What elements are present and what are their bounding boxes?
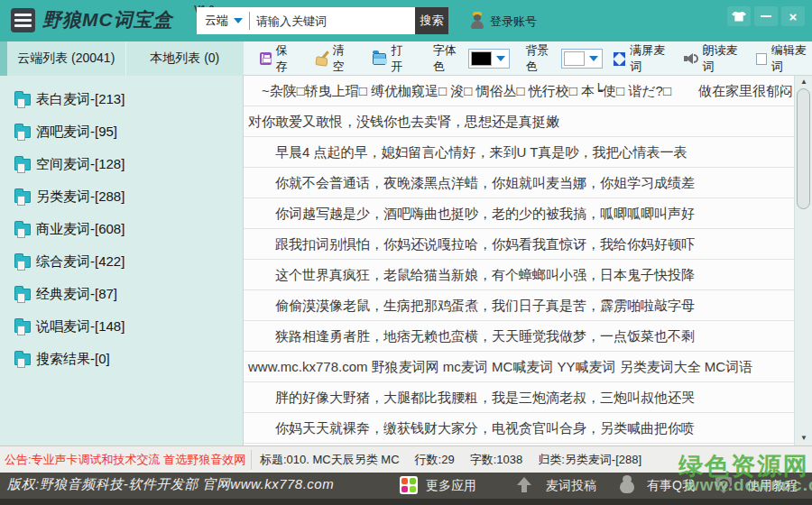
lyric-row[interactable]: 你就不会普通话，夜晚漆黑点洋蜡，你姐就叫麦当娜，你姐学习成绩差	[244, 168, 794, 198]
submit-lyrics-button[interactable]: 麦词投稿	[546, 478, 596, 494]
bg-color-picker[interactable]	[561, 49, 603, 69]
lyric-row[interactable]: 你词越写越是少，酒吧嗨曲也挺吵，老的少的被我搞，呱唧呱唧叫声好	[244, 198, 794, 229]
tab-cloud-list[interactable]: 云端列表 (20041)	[7, 41, 125, 76]
lyric-row[interactable]: 早晨4 点起的早，媳妇留言心情好，来到U T真是吵，我把心情表一表	[244, 137, 794, 168]
folder-icon	[14, 321, 31, 333]
folder-icon	[14, 289, 31, 300]
speaker-icon	[684, 51, 698, 66]
lyric-row[interactable]: 跟我扣词别惧怕，你妈还说嘎拉哈，你妈看我直惊讶，我给你妈好顿吓	[244, 229, 794, 260]
divider	[251, 450, 252, 470]
status-word-count: 字数:1038	[470, 452, 523, 468]
broom-icon	[316, 51, 328, 66]
sidebar-item-biaobai[interactable]: 表白麦词-[213]	[0, 83, 244, 115]
close-button[interactable]: ×	[781, 6, 805, 26]
folder-icon	[14, 126, 31, 138]
font-color-picker[interactable]	[468, 49, 510, 69]
scrollbar[interactable]: ▲ ▼	[794, 76, 812, 445]
sidebar-item-kongjian[interactable]: 空间麦词-[128]	[0, 148, 244, 180]
read-aloud-button[interactable]: 朗读麦词	[684, 42, 743, 75]
lyric-row[interactable]: 偷偷漠漠像老鼠，生病把那鸡蛋煮，我们日子真是苦，霹雳啪啦敲字母	[244, 290, 794, 321]
folder-icon	[14, 94, 31, 106]
chevron-down-icon	[589, 56, 598, 61]
search-input[interactable]	[256, 9, 415, 32]
fullscreen-lyrics-button[interactable]: 满屏麦词	[614, 42, 671, 75]
lyric-row[interactable]: www.mc.kx778.com 野狼麦词网 mc麦词 MC喊麦词 YY喊麦词 …	[244, 352, 794, 382]
lyric-row[interactable]: 你妈天天就裸奔，缴获钱财大家分，电视贪官叫合身，另类喊曲把你喷	[244, 413, 794, 444]
lyric-row[interactable]: 这个世界真疯狂，老鼠给猫当新娘，有个蟑螂叫小强，日本鬼子快投降	[244, 260, 794, 290]
status-title: 标题:010. MC天辰另类 MC	[260, 452, 400, 468]
more-apps-button[interactable]: 更多应用	[426, 478, 476, 494]
announcement-text: 公告:专业声卡调试和技术交流 首选野狼音效网	[5, 446, 245, 473]
lyric-row[interactable]: 狭路相逢勇者胜，地痞无赖也蛮横，天天睡觉我做梦，一点饭菜也不剩	[244, 321, 794, 352]
skin-button[interactable]	[727, 6, 751, 26]
login-button[interactable]: 登录账号	[490, 14, 537, 30]
chevron-down-icon[interactable]	[234, 18, 243, 23]
upload-arrow-icon[interactable]	[517, 477, 531, 493]
bg-color-label: 背景色	[525, 42, 556, 75]
status-line-count: 行数:29	[415, 452, 455, 468]
status-stats: 标题:010. MC天辰另类 MC 行数:29 字数:1038 归类:另类麦词-…	[260, 446, 641, 473]
font-color-swatch	[471, 51, 492, 66]
sidebar-item-jingdian[interactable]: 经典麦词-[87]	[0, 278, 244, 310]
lyrics-list: ~杂陕□轿曳上瑁□ 缚优枷窥逞□ 浚□ 惆俗丛□ 恍行校□ 本┕使□ 谐だ?□ …	[244, 76, 794, 445]
list-tabs: 云端列表 (20041) 本地列表 (0)	[7, 41, 244, 76]
toolbar: 保存 清空 打开 字体色 背景色 满屏麦词 朗读麦词 编辑	[244, 41, 812, 76]
folder-icon	[14, 191, 31, 203]
bg-color-swatch	[564, 51, 585, 66]
user-icon[interactable]	[470, 12, 484, 29]
search-scope-select[interactable]: 云端	[205, 13, 228, 29]
minimize-icon	[761, 15, 771, 17]
edit-lyrics-toggle[interactable]: 编辑麦词	[756, 42, 812, 75]
expand-icon	[614, 52, 625, 66]
scrollbar-thumb[interactable]	[797, 88, 810, 209]
font-color-label: 字体色	[433, 42, 464, 75]
clear-button[interactable]: 清空	[316, 42, 354, 75]
folder-icon	[14, 354, 31, 365]
folder-icon	[14, 224, 31, 235]
left-accent-strip	[0, 41, 7, 76]
watermark-site-url: www.downcc.com	[686, 475, 812, 495]
lyric-row[interactable]: 胖的好像大野猪，大腿都比我腰粗，我是三炮滴老叔，三炮叫叔他还哭	[244, 382, 794, 413]
checkbox-icon[interactable]	[756, 53, 767, 65]
search-button[interactable]: 搜索	[415, 7, 448, 34]
chevron-down-icon	[496, 56, 505, 61]
shirt-icon	[732, 12, 746, 22]
search-box: 云端	[197, 7, 415, 34]
close-icon: ×	[789, 10, 798, 23]
minimize-button[interactable]	[754, 6, 778, 26]
folder-icon	[14, 256, 31, 268]
app-logo-icon[interactable]	[11, 8, 35, 32]
app-title: 野狼MC词宝盒	[42, 7, 173, 32]
title-bar: 野狼MC词宝盒 V1.0 云端 搜索 登录账号 ×	[0, 0, 812, 41]
open-folder-icon	[373, 53, 386, 65]
folder-icon	[14, 159, 31, 170]
tab-local-list[interactable]: 本地列表 (0)	[125, 41, 245, 76]
open-button[interactable]: 打开	[373, 42, 411, 75]
scroll-down-icon[interactable]: ▼	[795, 432, 812, 445]
apps-grid-icon[interactable]	[400, 476, 418, 494]
divider	[249, 12, 250, 30]
sidebar-item-search-results[interactable]: 搜索结果-[0]	[0, 343, 244, 375]
copyright-text: 版权:野狼音频科技-软件开发部 官网www.kx778.com	[7, 476, 334, 493]
lyric-row[interactable]: 对你敢爱又敢恨，没钱你也去卖肾，思想还是真挺嫩	[244, 106, 794, 137]
lyric-row[interactable]: ~杂陕□轿曳上瑁□ 缚优枷窥逞□ 浚□ 惆俗丛□ 恍行校□ 本┕使□ 谐だ?□ …	[244, 76, 794, 106]
category-sidebar: 表白麦词-[213] 酒吧麦词-[95] 空间麦词-[128] 另类麦词-[28…	[0, 76, 244, 445]
qq-penguin-icon[interactable]	[619, 475, 635, 494]
floppy-icon	[260, 52, 272, 65]
sidebar-item-jiuba[interactable]: 酒吧麦词-[95]	[0, 115, 244, 148]
sidebar-item-shangye[interactable]: 商业麦词-[608]	[0, 213, 244, 245]
sidebar-item-shuochang[interactable]: 说唱麦词-[148]	[0, 310, 244, 343]
save-button[interactable]: 保存	[260, 42, 296, 75]
sidebar-item-linglei[interactable]: 另类麦词-[288]	[0, 180, 244, 213]
sidebar-item-zonghe[interactable]: 综合麦词-[422]	[0, 245, 244, 278]
status-category: 归类:另类麦词-[288]	[538, 452, 641, 468]
tab-toolbar-row: 云端列表 (20041) 本地列表 (0) 保存 清空 打开 字体色 背景色 满…	[0, 41, 812, 76]
scroll-up-icon[interactable]: ▲	[795, 76, 812, 88]
